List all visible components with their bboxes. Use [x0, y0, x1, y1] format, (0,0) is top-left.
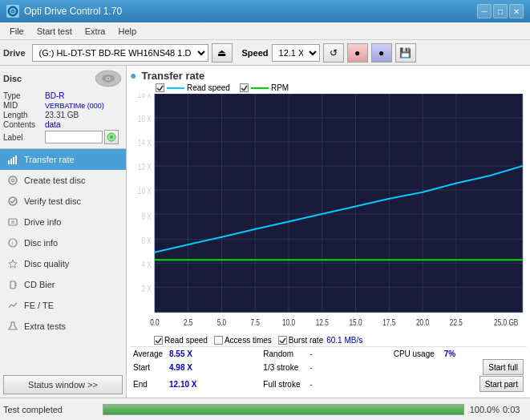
stat-end-value: 12.10 X: [169, 380, 196, 389]
status-window-button[interactable]: Status window >>: [3, 375, 123, 394]
disc-type-label: Type: [3, 91, 45, 100]
menu-file[interactable]: File: [3, 25, 30, 38]
checkbox-access-times[interactable]: Access times: [214, 336, 272, 345]
save-button[interactable]: 💾: [395, 43, 416, 63]
progress-bar-fill: [103, 405, 463, 414]
disc-mid-label: MID: [3, 101, 45, 110]
svg-text:25.0 GB: 25.0 GB: [494, 317, 518, 327]
svg-point-6: [107, 78, 110, 79]
checkbox-access-times-label: Access times: [225, 336, 272, 345]
nav-create-test-disc[interactable]: Create test disc: [0, 170, 126, 191]
svg-point-15: [12, 180, 14, 181]
svg-text:2.5: 2.5: [184, 317, 192, 327]
drive-toolbar: Drive (G:) HL-DT-ST BD-RE WH16NS48 1.D3 …: [0, 40, 530, 66]
stat-start-part-row: Start part: [394, 376, 524, 392]
svg-text:22.5: 22.5: [450, 317, 463, 327]
transfer-rate-icon: [6, 153, 19, 166]
read-speed-checkbox[interactable]: [156, 83, 164, 92]
nav-drive-info-label: Drive info: [24, 217, 61, 227]
label-input[interactable]: [45, 131, 103, 143]
legend-rpm: RPM: [240, 83, 289, 92]
disc-label-row: Label: [3, 130, 123, 144]
speed-select[interactable]: 12.1 X: [272, 44, 320, 62]
progress-bar-container: [103, 404, 464, 415]
checkbox-read-speed[interactable]: Read speed: [154, 336, 208, 345]
nav-disc-quality[interactable]: Disc quality: [0, 253, 126, 274]
disc-type-row: Type BD-R: [3, 91, 123, 100]
write-button[interactable]: ●: [371, 43, 392, 63]
stats-area: Average 8.55 X Random - CPU usage 7% Sta…: [130, 346, 527, 394]
menu-start-test[interactable]: Start test: [30, 25, 79, 38]
stat-end-label: End: [133, 380, 167, 389]
rpm-checkbox[interactable]: [240, 83, 249, 92]
nav-verify-test-disc[interactable]: Verify test disc: [0, 191, 126, 212]
stat-average: Average 8.55 X: [133, 349, 263, 358]
rpm-color: [251, 87, 269, 89]
svg-rect-17: [9, 219, 17, 225]
disc-contents-row: Contents data: [3, 120, 123, 129]
menu-help[interactable]: Help: [111, 25, 143, 38]
nav-disc-quality-label: Disc quality: [24, 259, 69, 269]
nav-disc-info-label: Disc info: [24, 238, 58, 248]
verify-test-disc-icon: [6, 195, 19, 208]
stat-stroke13-label: 1/3 stroke: [263, 363, 307, 372]
stat-start-label: Start: [133, 363, 167, 372]
svg-text:17.5: 17.5: [382, 317, 395, 327]
disc-panel-title: Disc: [3, 74, 22, 83]
svg-point-8: [110, 135, 113, 139]
chart-container: 18 X 16 X 14 X 12 X 10 X 8 X 6 X 4 X 2 X…: [130, 94, 527, 334]
svg-text:10.0: 10.0: [282, 317, 295, 327]
stat-cpu-label: CPU usage: [394, 349, 442, 358]
svg-text:14 X: 14 X: [138, 138, 152, 147]
svg-text:5.0: 5.0: [217, 317, 226, 327]
start-part-button[interactable]: Start part: [479, 376, 524, 392]
svg-rect-11: [13, 157, 14, 164]
menu-extra[interactable]: Extra: [79, 25, 112, 38]
nav-transfer-rate-label: Transfer rate: [24, 155, 75, 164]
disc-quality-icon: [6, 257, 19, 270]
checkbox-burst-rate[interactable]: Burst rate 60.1 MB/s: [278, 336, 362, 345]
minimize-button[interactable]: ─: [477, 4, 492, 18]
main-content: Disc Type BD-R MID VERBATIMe (000) Lengt…: [0, 66, 530, 398]
svg-text:2 X: 2 X: [141, 284, 152, 293]
label-button[interactable]: [104, 130, 119, 144]
svg-rect-27: [155, 94, 523, 313]
checkbox-burst-rate-label: Burst rate: [289, 336, 323, 345]
nav-transfer-rate[interactable]: Transfer rate: [0, 149, 126, 170]
disc-mid-value: VERBATIMe (000): [45, 102, 123, 110]
svg-text:6 X: 6 X: [141, 236, 152, 245]
stat-end: End 12.10 X: [133, 376, 263, 392]
read-speed-color: [167, 87, 184, 89]
chart-area: ● Transfer rate Read speed RPM: [127, 66, 530, 398]
progress-text: 100.0%: [467, 405, 500, 414]
stat-stroke13: 1/3 stroke -: [263, 359, 393, 375]
disc-type-value: BD-R: [45, 91, 123, 100]
nav-extra-tests[interactable]: Extra tests: [0, 316, 126, 337]
chart-title: Transfer rate: [141, 70, 204, 82]
stat-fullstroke: Full stroke -: [263, 376, 393, 392]
nav-extra-tests-label: Extra tests: [24, 321, 66, 331]
svg-text:16 X: 16 X: [138, 114, 152, 123]
nav-items: Transfer rate Create test disc Verify te…: [0, 149, 126, 372]
read-button[interactable]: ●: [347, 43, 368, 63]
close-button[interactable]: ✕: [509, 4, 524, 18]
start-full-button[interactable]: Start full: [483, 359, 524, 375]
drive-select[interactable]: (G:) HL-DT-ST BD-RE WH16NS48 1.D3: [32, 44, 208, 62]
status-text: Test completed: [3, 405, 99, 414]
refresh-button[interactable]: ↺: [323, 43, 344, 63]
svg-point-2: [12, 10, 14, 12]
eject-button[interactable]: ⏏: [212, 43, 233, 63]
nav-verify-test-disc-label: Verify test disc: [24, 196, 81, 206]
stat-random-value: -: [310, 349, 312, 358]
nav-fe-te[interactable]: FE / TE: [0, 295, 126, 316]
nav-disc-info[interactable]: i Disc info: [0, 232, 126, 253]
disc-length-label: Length: [3, 111, 45, 119]
nav-cd-bier[interactable]: CD Bier: [0, 274, 126, 295]
chart-svg: 18 X 16 X 14 X 12 X 10 X 8 X 6 X 4 X 2 X…: [130, 94, 527, 334]
app-title: Opti Drive Control 1.70: [24, 6, 122, 17]
nav-drive-info[interactable]: Drive info: [0, 212, 126, 232]
disc-mid-row: MID VERBATIMe (000): [3, 101, 123, 110]
svg-text:12 X: 12 X: [138, 162, 152, 172]
maximize-button[interactable]: □: [493, 4, 508, 18]
chart-checkboxes: Read speed Access times Burst rate 60.1 …: [130, 334, 527, 346]
